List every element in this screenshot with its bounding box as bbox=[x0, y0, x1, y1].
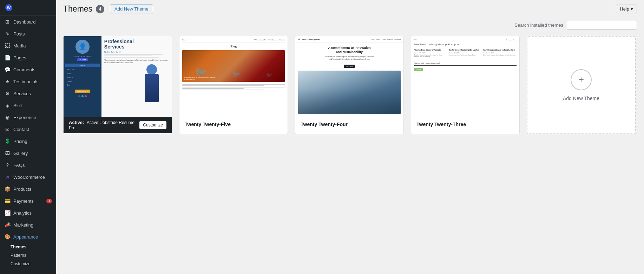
sidebar-item-skill[interactable]: ◈ Skill bbox=[0, 99, 56, 111]
sidebar-item-label: Media bbox=[13, 43, 26, 48]
themes-sub-label: Themes bbox=[11, 244, 26, 249]
plus-icon: + bbox=[578, 74, 584, 85]
themes-grid: 👤 LI/UX DESIGNER I'm John Home About Me … bbox=[56, 32, 644, 141]
sidebar-item-label: Pricing bbox=[13, 139, 27, 144]
sidebar-item-woocommerce[interactable]: W WooCommerce bbox=[0, 171, 56, 183]
sidebar-item-marketing[interactable]: 📣 Marketing bbox=[0, 219, 56, 231]
topbar: Themes 4 Add New Theme Help ▾ bbox=[56, 0, 644, 18]
analytics-icon: 📈 bbox=[4, 210, 11, 216]
sidebar-item-contact[interactable]: ✉ Contact bbox=[0, 123, 56, 135]
faqs-icon: ? bbox=[4, 162, 11, 168]
theme-card-twenty-twenty-four[interactable]: ✤ Twenty Twenty-Four HomePagesPostsPatte… bbox=[295, 36, 404, 134]
customize-button[interactable]: Customize bbox=[139, 121, 166, 129]
theme-screenshot-2024: ✤ Twenty Twenty-Four HomePagesPostsPatte… bbox=[295, 36, 403, 117]
search-label: Search installed themes bbox=[514, 22, 563, 28]
dashboard-icon: ⊞ bbox=[4, 19, 11, 25]
services-icon: ⚙ bbox=[4, 90, 11, 97]
help-chevron-icon: ▾ bbox=[631, 6, 633, 12]
theme-card-jobstride[interactable]: 👤 LI/UX DESIGNER I'm John Home About Me … bbox=[63, 36, 172, 134]
payments-badge: 1 bbox=[46, 199, 52, 203]
avatar: 👤 bbox=[75, 40, 90, 54]
contact-icon: ✉ bbox=[4, 126, 11, 132]
sidebar-item-label: Comments bbox=[13, 67, 35, 72]
sidebar-item-dashboard[interactable]: ⊞ Dashboard bbox=[0, 16, 56, 28]
t25-blog-title: Blog bbox=[182, 45, 285, 48]
sidebar-item-label: Pages bbox=[13, 55, 26, 60]
woocommerce-icon: W bbox=[4, 174, 11, 180]
theme-screenshot-2023: TTS PrimaryNone Mindblown: a blog about … bbox=[411, 36, 519, 117]
sidebar-item-payments[interactable]: 💳 Payments 1 bbox=[0, 195, 56, 207]
add-theme-card[interactable]: + Add New Theme bbox=[527, 36, 636, 134]
sidebar-item-pricing[interactable]: 💲 Pricing bbox=[0, 135, 56, 147]
t23-divider bbox=[414, 60, 517, 60]
sidebar-item-comments[interactable]: 💬 Comments bbox=[0, 64, 56, 76]
t23-topbar: TTS PrimaryNone bbox=[414, 39, 517, 41]
theme-screenshot-jobstride: 👤 LI/UX DESIGNER I'm John Home About Me … bbox=[64, 36, 172, 117]
sidebar-item-appearance[interactable]: 🎨 Appearance bbox=[0, 231, 56, 243]
media-icon: 🖼 bbox=[4, 43, 11, 49]
comments-icon: 💬 bbox=[4, 66, 11, 73]
sidebar-item-experience[interactable]: ◉ Experience bbox=[0, 111, 56, 123]
payments-icon: 💳 bbox=[4, 198, 11, 204]
sidebar-sub-customize[interactable]: Customize bbox=[0, 260, 56, 268]
sidebar-item-label: Marketing bbox=[13, 222, 33, 228]
t23-main-title: Mindblown: a blog about philosophy. bbox=[414, 43, 517, 46]
theme-card-twenty-twenty-three[interactable]: TTS PrimaryNone Mindblown: a blog about … bbox=[411, 36, 520, 134]
theme-name-2024: Twenty Twenty-Four bbox=[295, 117, 403, 131]
theme-name-2025: Twenty Twenty-Five bbox=[179, 117, 288, 131]
theme-card-twenty-twenty-five[interactable]: Stories FAQAbout UsOur MissionContact Bl… bbox=[179, 36, 288, 134]
active-theme-name: Active: Active: Jobstride Resume Pro bbox=[69, 120, 139, 130]
sidebar-item-label: Appearance bbox=[13, 234, 38, 240]
sidebar-item-posts[interactable]: ✎ Posts bbox=[0, 28, 56, 40]
sidebar-sub-themes[interactable]: Themes bbox=[0, 243, 56, 251]
marketing-icon: 📣 bbox=[4, 222, 11, 228]
gallery-icon: 🖼 bbox=[4, 150, 11, 156]
sidebar-item-label: Services bbox=[13, 91, 31, 96]
add-new-theme-label: Add New Theme bbox=[563, 96, 599, 101]
sidebar-item-label: Posts bbox=[13, 31, 25, 37]
t23-post-3: I Am Because We Are by Fred L. Hord Octo… bbox=[483, 49, 517, 58]
sidebar-logo: W bbox=[0, 0, 56, 16]
sidebar-item-label: FAQs bbox=[13, 163, 25, 168]
sidebar-item-media[interactable]: 🖼 Media bbox=[0, 40, 56, 52]
sidebar-item-gallery[interactable]: 🖼 Gallery bbox=[0, 147, 56, 159]
t23-post-2: Tao Te Ching (Daodejing) by Lao Tzu Octo… bbox=[449, 49, 482, 58]
t23-cta-button: Let's talk bbox=[414, 68, 423, 71]
wordpress-icon: W bbox=[5, 4, 12, 11]
products-icon: 📦 bbox=[4, 186, 11, 192]
t24-hero-image bbox=[298, 71, 401, 114]
search-input[interactable] bbox=[567, 21, 637, 30]
t24-nav: ✤ Twenty Twenty-Four HomePagesPostsPatte… bbox=[295, 36, 403, 43]
sidebar-item-label: Dashboard bbox=[13, 19, 36, 25]
sidebar-item-label: Testimonials bbox=[13, 79, 39, 84]
sidebar-sub-patterns[interactable]: Patterns bbox=[0, 251, 56, 260]
t23-post-grid: Nicomachean Ethics by Aristotle October … bbox=[414, 49, 517, 58]
active-label: Active: bbox=[69, 120, 84, 125]
help-label: Help bbox=[620, 6, 629, 12]
sidebar: W ⊞ Dashboard ✎ Posts 🖼 Media 📄 Pages 💬 … bbox=[0, 0, 56, 274]
active-theme-bar: Active: Active: Jobstride Resume Pro Cus… bbox=[64, 117, 172, 133]
page-title-text: Themes bbox=[63, 4, 92, 14]
customize-sub-label: Customize bbox=[11, 261, 31, 266]
sidebar-item-services[interactable]: ⚙ Services bbox=[0, 87, 56, 99]
sidebar-item-products[interactable]: 📦 Products bbox=[0, 183, 56, 195]
sidebar-item-pages[interactable]: 📄 Pages bbox=[0, 52, 56, 64]
posts-icon: ✎ bbox=[4, 31, 11, 37]
sidebar-item-label: Contact bbox=[13, 127, 29, 132]
pages-icon: 📄 bbox=[4, 54, 11, 61]
sidebar-item-analytics[interactable]: 📈 Analytics bbox=[0, 207, 56, 219]
sidebar-item-label: Gallery bbox=[13, 151, 28, 156]
t25-hero-image: 🐦 🐦 🐦 Marshland birds at the Lake Havasu… bbox=[182, 50, 285, 82]
sidebar-item-testimonials[interactable]: ★ Testimonials bbox=[0, 76, 56, 87]
t23-bottom-line: Got any book recommendations? bbox=[414, 62, 517, 64]
t23-post-1: Nicomachean Ethics by Aristotle October … bbox=[414, 49, 447, 58]
testimonials-icon: ★ bbox=[4, 78, 11, 85]
add-new-theme-button[interactable]: Add New Theme bbox=[110, 5, 153, 13]
sidebar-item-label: Experience bbox=[13, 115, 36, 120]
help-button[interactable]: Help ▾ bbox=[616, 5, 637, 13]
t25-article-text bbox=[182, 84, 285, 90]
sidebar-item-faqs[interactable]: ? FAQs bbox=[0, 159, 56, 171]
page-title: Themes 4 bbox=[63, 4, 104, 14]
add-theme-icon: + bbox=[571, 69, 592, 90]
t25-nav: Stories FAQAbout UsOur MissionContact bbox=[182, 39, 285, 43]
